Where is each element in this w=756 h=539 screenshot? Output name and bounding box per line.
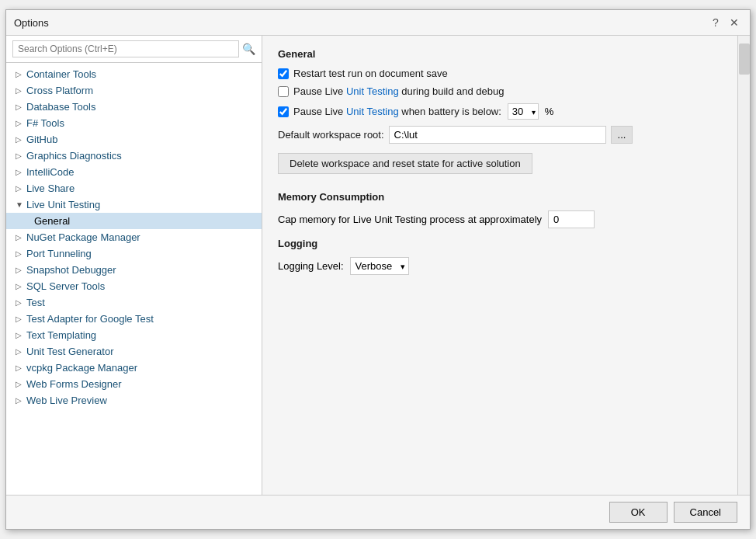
arrow-icon: ▷	[16, 315, 23, 323]
tree-item-web-forms-designer[interactable]: ▷ Web Forms Designer	[6, 376, 262, 392]
arrow-icon: ▷	[16, 266, 23, 274]
tree-list: ▷ Container Tools ▷ Cross Platform ▷ Dat…	[6, 63, 262, 495]
pause-build-checkbox[interactable]	[278, 86, 289, 97]
logging-select-wrapper: Verbose Info Warning Error	[350, 257, 409, 275]
general-section-header: General	[278, 48, 722, 60]
arrow-icon: ▷	[16, 331, 23, 339]
tree-item-container-tools[interactable]: ▷ Container Tools	[6, 66, 262, 82]
dialog-footer: OK Cancel	[6, 495, 750, 529]
options-dialog: Options ? ✕ 🔍 ▷ Container Tools ▷	[5, 9, 751, 530]
tree-item-unit-test-generator[interactable]: ▷ Unit Test Generator	[6, 343, 262, 360]
tree-item-label: Cross Platform	[26, 85, 93, 96]
tree-item-fsharp-tools[interactable]: ▷ F# Tools	[6, 115, 262, 131]
tree-item-cross-platform[interactable]: ▷ Cross Platform	[6, 82, 262, 99]
pause-build-text: Pause Live Unit Testing during build and…	[293, 85, 505, 97]
tree-item-label: Test Adapter for Google Test	[26, 313, 154, 325]
unit-testing-blue-2: Unit Testing	[346, 106, 399, 117]
search-icon-button[interactable]: 🔍	[242, 43, 255, 55]
logging-section-header: Logging	[278, 238, 722, 249]
close-button[interactable]: ✕	[727, 15, 742, 30]
help-button[interactable]: ?	[708, 15, 723, 30]
right-scrollbar[interactable]	[737, 36, 750, 495]
tree-item-github[interactable]: ▷ GitHub	[6, 131, 262, 148]
arrow-icon: ▷	[16, 363, 23, 372]
tree-item-live-unit-testing[interactable]: ▼ Live Unit Testing	[6, 196, 262, 213]
tree-item-live-share[interactable]: ▷ Live Share	[6, 180, 262, 196]
tree-item-nuget[interactable]: ▷ NuGet Package Manager	[6, 229, 262, 245]
unit-testing-blue-1: Unit Testing	[346, 85, 399, 97]
tree-item-label: GitHub	[26, 134, 57, 145]
tree-item-label: Live Unit Testing	[26, 199, 100, 210]
memory-row: Cap memory for Live Unit Testing process…	[278, 210, 722, 228]
tree-item-graphics-diagnostics[interactable]: ▷ Graphics Diagnostics	[6, 148, 262, 164]
memory-input[interactable]	[548, 210, 595, 228]
pause-build-option-row: Pause Live Unit Testing during build and…	[278, 85, 722, 97]
logging-level-select[interactable]: Verbose Info Warning Error	[350, 257, 409, 275]
memory-section-header: Memory Consumption	[278, 191, 722, 203]
tree-item-label: NuGet Package Manager	[26, 231, 140, 243]
delete-btn-row: Delete workspace and reset state for act…	[278, 153, 722, 185]
battery-value-select[interactable]: 30 20 40	[508, 103, 539, 120]
scrollbar-thumb[interactable]	[739, 43, 750, 75]
arrow-icon: ▼	[16, 200, 23, 209]
battery-unit: %	[545, 106, 554, 117]
tree-item-label: Live Share	[26, 183, 75, 194]
cancel-button[interactable]: Cancel	[674, 502, 737, 523]
tree-item-web-live-preview[interactable]: ▷ Web Live Preview	[6, 392, 262, 409]
ok-button[interactable]: OK	[609, 502, 668, 523]
arrow-icon: ▷	[16, 86, 23, 95]
workspace-input[interactable]	[389, 126, 606, 144]
restart-test-checkbox[interactable]	[278, 68, 289, 79]
pause-battery-label[interactable]: Pause Live Unit Testing when battery is …	[278, 106, 501, 117]
left-panel: 🔍 ▷ Container Tools ▷ Cross Platform ▷ D…	[6, 36, 262, 495]
tree-item-sql-server-tools[interactable]: ▷ SQL Server Tools	[6, 278, 262, 294]
arrow-icon: ▷	[16, 282, 23, 290]
arrow-icon: ▷	[16, 119, 23, 127]
dialog-title: Options	[14, 17, 49, 29]
tree-item-general[interactable]: General	[6, 213, 262, 229]
delete-workspace-button[interactable]: Delete workspace and reset state for act…	[278, 153, 532, 174]
tree-item-vcpkg[interactable]: ▷ vcpkg Package Manager	[6, 360, 262, 376]
pause-build-label[interactable]: Pause Live Unit Testing during build and…	[278, 85, 505, 97]
tree-item-test-adapter-google[interactable]: ▷ Test Adapter for Google Test	[6, 311, 262, 327]
arrow-icon: ▷	[16, 380, 23, 388]
right-panel: General Restart test run on document sav…	[262, 36, 737, 495]
arrow-icon: ▷	[16, 347, 23, 356]
battery-select-wrapper: 30 20 40	[508, 103, 539, 120]
title-bar-left: Options	[14, 17, 49, 29]
search-input[interactable]	[12, 40, 239, 57]
tree-item-text-templating[interactable]: ▷ Text Templating	[6, 327, 262, 343]
workspace-browse-button[interactable]: ...	[611, 126, 633, 144]
dialog-body: 🔍 ▷ Container Tools ▷ Cross Platform ▷ D…	[6, 36, 750, 495]
tree-item-label: F# Tools	[26, 117, 64, 129]
title-actions: ? ✕	[708, 15, 742, 30]
title-bar: Options ? ✕	[6, 10, 750, 36]
tree-item-database-tools[interactable]: ▷ Database Tools	[6, 99, 262, 115]
tree-item-label: Test	[26, 297, 45, 308]
memory-label: Cap memory for Live Unit Testing process…	[278, 214, 542, 225]
logging-label: Logging Level:	[278, 260, 344, 272]
tree-item-label: General	[34, 215, 70, 227]
arrow-icon: ▷	[16, 168, 23, 176]
tree-item-test[interactable]: ▷ Test	[6, 294, 262, 311]
tree-item-label: Port Tunneling	[26, 248, 92, 259]
pause-battery-option-row: Pause Live Unit Testing when battery is …	[278, 103, 722, 120]
restart-test-label[interactable]: Restart test run on document save	[278, 68, 448, 79]
right-with-scroll: General Restart test run on document sav…	[262, 36, 750, 495]
restart-test-text: Restart test run on document save	[293, 68, 448, 79]
logging-row: Logging Level: Verbose Info Warning Erro…	[278, 257, 722, 275]
tree-item-label: Container Tools	[26, 68, 96, 80]
tree-item-label: Text Templating	[26, 329, 96, 341]
arrow-icon: ▷	[16, 298, 23, 307]
arrow-icon: ▷	[16, 135, 23, 144]
workspace-row: Default workspace root: ...	[278, 126, 722, 144]
tree-item-snapshot-debugger[interactable]: ▷ Snapshot Debugger	[6, 262, 262, 278]
arrow-icon: ▷	[16, 396, 23, 405]
tree-item-intellicode[interactable]: ▷ IntelliCode	[6, 164, 262, 180]
tree-item-label: Snapshot Debugger	[26, 264, 116, 276]
tree-item-label: vcpkg Package Manager	[26, 362, 137, 374]
workspace-label: Default workspace root:	[278, 129, 384, 141]
tree-item-port-tunneling[interactable]: ▷ Port Tunneling	[6, 245, 262, 262]
pause-battery-checkbox[interactable]	[278, 106, 289, 117]
tree-item-label: Web Forms Designer	[26, 378, 122, 390]
